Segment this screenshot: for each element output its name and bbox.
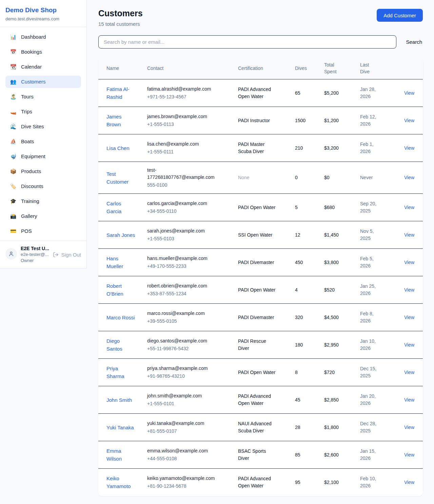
view-link[interactable]: View xyxy=(404,397,414,403)
sidebar-item-gallery[interactable]: 📸 Gallery xyxy=(5,210,81,222)
sidebar-item-label: Customers xyxy=(21,78,46,85)
sidebar-item-boats[interactable]: ⛵ Boats xyxy=(5,135,81,148)
customer-name-link[interactable]: Keiko Yamamoto xyxy=(106,475,131,489)
view-link[interactable]: View xyxy=(404,145,414,151)
view-link[interactable]: View xyxy=(404,175,414,180)
cell-name: Marco Rossi xyxy=(98,304,147,331)
cell-total-spent: $3,800 xyxy=(324,249,360,276)
sidebar-nav: 📊 Dashboard 📅 Bookings 📆 Calendar 👥 Cust… xyxy=(0,27,86,241)
sidebar-item-label: Bookings xyxy=(21,49,42,55)
view-link[interactable]: View xyxy=(404,287,414,293)
cell-action: View xyxy=(393,331,423,359)
cell-total-spent: $2,100 xyxy=(324,469,360,496)
page-header: Customers 15 total customers Add Custome… xyxy=(98,8,423,27)
dashboard-icon: 📊 xyxy=(9,34,17,40)
table-header-row: NameContactCertificationDivesTotal Spent… xyxy=(98,57,423,79)
view-link[interactable]: View xyxy=(404,118,414,123)
customer-total-spent: $720 xyxy=(324,370,335,375)
sidebar-item-calendar[interactable]: 📆 Calendar xyxy=(5,61,81,73)
sidebar-item-bookings[interactable]: 📅 Bookings xyxy=(5,46,81,58)
column-header-label: Last Dive xyxy=(360,61,377,75)
search-input[interactable] xyxy=(98,35,396,49)
view-link[interactable]: View xyxy=(404,480,414,485)
customer-last-dive: Jan 10, 2026 xyxy=(360,338,381,352)
customer-name-link[interactable]: Carlos Garcia xyxy=(106,201,121,214)
user-email: e2e-tester@... xyxy=(21,251,49,258)
cell-dives: 210 xyxy=(295,134,324,162)
customer-name-link[interactable]: Fatima Al-Rashid xyxy=(106,86,130,100)
tours-icon: 🏝️ xyxy=(9,93,17,100)
customer-name-link[interactable]: Sarah Jones xyxy=(106,232,135,238)
cell-name: Test Customer xyxy=(98,162,147,194)
column-header: Last Dive xyxy=(360,57,393,79)
table-row: John Smith john.smith@example.com +1-555… xyxy=(98,386,423,414)
cell-certification: PADI Advanced Open Water xyxy=(238,469,295,496)
customer-name-link[interactable]: Yuki Tanaka xyxy=(106,425,134,430)
customer-name-link[interactable]: Hans Mueller xyxy=(106,256,123,269)
cell-dives: 5 xyxy=(295,194,324,221)
customer-certification: PADI Open Water xyxy=(238,287,275,293)
cell-contact: test-1772681807767@example.com 555-0100 xyxy=(147,162,238,194)
cell-contact: yuki.tanaka@example.com +81-555-0107 xyxy=(147,414,238,441)
customer-certification: PADI Divemaster xyxy=(238,315,274,320)
customer-total-spent: $2,950 xyxy=(324,342,339,348)
cell-action: View xyxy=(393,359,423,386)
boats-icon: ⛵ xyxy=(9,138,17,145)
customer-name-link[interactable]: Test Customer xyxy=(106,171,129,185)
customer-name-link[interactable]: Diego Santos xyxy=(106,338,122,352)
cell-certification: PADI Open Water xyxy=(238,276,295,304)
customer-certification: PADI Advanced Open Water xyxy=(238,476,271,488)
sidebar-header: Demo Dive Shop demo.test.divestreams.com xyxy=(0,0,86,27)
cell-certification: PADI Divemaster xyxy=(238,249,295,276)
sidebar-item-training[interactable]: 🎓 Training xyxy=(5,195,81,207)
customer-last-dive: Feb 5, 2026 xyxy=(360,255,381,269)
cell-action: View xyxy=(393,469,423,496)
table-row: Yuki Tanaka yuki.tanaka@example.com +81-… xyxy=(98,414,423,441)
cell-total-spent: $3,200 xyxy=(324,134,360,162)
customer-last-dive: Jan 20, 2026 xyxy=(360,393,381,407)
customer-name-link[interactable]: Robert O'Brien xyxy=(106,283,123,297)
customer-name-link[interactable]: Marco Rossi xyxy=(106,315,135,320)
discounts-icon: 🏷️ xyxy=(9,183,17,190)
view-link[interactable]: View xyxy=(404,90,414,96)
sidebar-item-customers[interactable]: 👥 Customers xyxy=(5,76,81,88)
customer-email: hans.mueller@example.com xyxy=(147,255,219,262)
view-link[interactable]: View xyxy=(404,452,414,458)
cell-contact: robert.obrien@example.com +353-87-555-12… xyxy=(147,276,238,304)
customer-name-link[interactable]: Emma Wilson xyxy=(106,448,122,462)
view-link[interactable]: View xyxy=(404,425,414,430)
sidebar-item-dive-sites[interactable]: 🌊 Dive Sites xyxy=(5,120,81,133)
sidebar-item-equipment[interactable]: 🤿 Equipment xyxy=(5,150,81,163)
cell-certification: None xyxy=(238,162,295,194)
sidebar-item-trips[interactable]: 🚤 Trips xyxy=(5,106,81,118)
cell-last-dive: Jan 20, 2026 xyxy=(360,386,393,414)
search-button[interactable]: Search xyxy=(405,37,423,47)
add-customer-button[interactable]: Add Customer xyxy=(377,9,423,22)
page-title-block: Customers 15 total customers xyxy=(98,8,143,27)
sign-out-button[interactable]: Sign Out xyxy=(53,252,81,258)
sidebar-item-discounts[interactable]: 🏷️ Discounts xyxy=(5,180,81,192)
view-link[interactable]: View xyxy=(404,232,414,238)
trips-icon: 🚤 xyxy=(9,108,17,115)
shop-domain: demo.test.divestreams.com xyxy=(5,16,81,22)
sidebar-item-tours[interactable]: 🏝️ Tours xyxy=(5,91,81,103)
cell-action: View xyxy=(393,162,423,194)
cell-certification: PADI Master Scuba Diver xyxy=(238,134,295,162)
view-link[interactable]: View xyxy=(404,342,414,348)
sidebar-item-pos[interactable]: 💳 POS xyxy=(5,225,81,237)
view-link[interactable]: View xyxy=(404,205,414,210)
table-row: James Brown james.brown@example.com +1-5… xyxy=(98,107,423,134)
customer-name-link[interactable]: John Smith xyxy=(106,397,132,403)
sidebar-item-products[interactable]: 📦 Products xyxy=(5,165,81,178)
cell-name: Lisa Chen xyxy=(98,134,147,162)
cell-last-dive: Feb 1, 2026 xyxy=(360,134,393,162)
view-link[interactable]: View xyxy=(404,315,414,320)
customer-dives: 95 xyxy=(295,480,300,485)
customer-name-link[interactable]: James Brown xyxy=(106,114,121,127)
customer-name-link[interactable]: Priya Sharma xyxy=(106,366,124,379)
customer-name-link[interactable]: Lisa Chen xyxy=(106,145,130,151)
sidebar-item-dashboard[interactable]: 📊 Dashboard xyxy=(5,31,81,43)
customer-email: marco.rossi@example.com xyxy=(147,310,219,317)
view-link[interactable]: View xyxy=(404,370,414,375)
view-link[interactable]: View xyxy=(404,260,414,265)
